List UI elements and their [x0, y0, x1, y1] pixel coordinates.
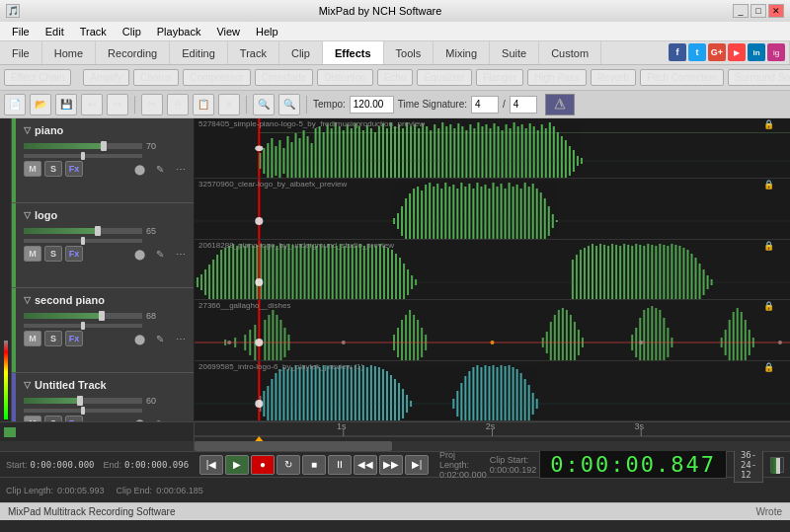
flanger-btn[interactable]: Flanger	[476, 69, 523, 86]
mute-btn-second-piano[interactable]: M	[24, 331, 41, 346]
solo-btn-logo[interactable]: S	[44, 246, 62, 262]
waveform-playtek[interactable]: 20699585_intro-logo-6_by_playtek_preview…	[195, 361, 790, 421]
time-sig-num-input[interactable]	[471, 96, 499, 114]
arm-btn-logo[interactable]: ⬤	[130, 246, 148, 262]
more-btn-logo[interactable]: ⋯	[172, 246, 190, 262]
tab-editing[interactable]: Editing	[170, 41, 228, 64]
fx-btn-untitled1[interactable]: Fx	[65, 416, 83, 421]
facebook-icon[interactable]: f	[669, 43, 686, 61]
arm-btn-untitled1[interactable]: ⬤	[130, 416, 148, 421]
time-sig-den-input[interactable]	[510, 96, 537, 114]
redo-btn[interactable]: ↪	[107, 94, 128, 115]
equalizer-btn[interactable]: Equalizer	[417, 69, 472, 86]
settings-btn-piano[interactable]: ✎	[151, 161, 169, 177]
more-btn-second-piano[interactable]: ⋯	[172, 331, 190, 346]
arm-btn-second-piano[interactable]: ⬤	[130, 331, 148, 346]
compressor-btn[interactable]: Compressor	[183, 69, 250, 86]
track-pan-handle-piano[interactable]	[81, 152, 85, 160]
track-collapse-second-piano[interactable]: ▽	[24, 295, 31, 305]
hscrollbar[interactable]	[195, 441, 790, 451]
track-fader-handle-piano[interactable]	[101, 141, 107, 151]
fx-btn-piano[interactable]: Fx	[65, 161, 83, 177]
solo-btn-piano[interactable]: S	[44, 161, 62, 177]
record-btn[interactable]: ●	[251, 455, 275, 475]
paste-btn[interactable]: 📋	[193, 94, 214, 115]
fx-btn-second-piano[interactable]: Fx	[65, 331, 83, 346]
linkedin-icon[interactable]: in	[748, 43, 765, 61]
zoom-out-btn[interactable]: 🔍	[278, 94, 300, 115]
fx-btn-logo[interactable]: Fx	[65, 246, 83, 262]
track-fader-logo[interactable]	[24, 228, 142, 234]
waveform-logo[interactable]: 32570960_clear-logo_by_albaefx_preview 🔒	[195, 179, 790, 239]
tab-track[interactable]: Track	[228, 41, 279, 64]
crossfade-btn[interactable]: Crossfade	[255, 69, 314, 86]
amplify-btn[interactable]: Amplify	[83, 69, 129, 86]
prev-btn[interactable]: ◀◀	[354, 455, 377, 475]
menu-help[interactable]: Help	[248, 24, 286, 39]
maximize-button[interactable]: □	[750, 4, 766, 18]
undo-btn[interactable]: ↩	[81, 94, 103, 115]
fast-forward-btn[interactable]: ▶|	[405, 455, 429, 475]
high-pass-btn[interactable]: High Pass	[527, 69, 587, 86]
tab-tools[interactable]: Tools	[384, 41, 434, 64]
master-volume-handle[interactable]	[776, 458, 780, 474]
tab-suite[interactable]: Suite	[490, 41, 539, 64]
reverb-btn[interactable]: Reverb	[591, 69, 636, 86]
track-fader-handle-untitled1[interactable]	[77, 396, 83, 406]
next-btn[interactable]: ▶▶	[379, 455, 403, 475]
waveform-piano[interactable]: 5278405_simple-piano-logo-5_by_fredimusi…	[195, 118, 790, 179]
mute-btn-piano[interactable]: M	[24, 161, 41, 177]
track-collapse-logo[interactable]: ▽	[24, 210, 31, 220]
mute-btn-untitled1[interactable]: M	[24, 416, 41, 421]
waveform-dishes[interactable]: 27366__gallagho__dishes 🔒	[195, 300, 790, 360]
track-fader-handle-logo[interactable]	[95, 226, 101, 236]
menu-view[interactable]: View	[208, 24, 248, 39]
play-btn[interactable]: ▶	[225, 455, 249, 475]
tab-file[interactable]: File	[0, 41, 42, 64]
pitch-correction-btn[interactable]: Pitch Correction	[640, 69, 724, 86]
tab-recording[interactable]: Recording	[96, 41, 170, 64]
effect-chain-btn[interactable]: Effect Chain	[4, 69, 71, 86]
echo-btn[interactable]: Echo	[377, 69, 414, 86]
loop-btn[interactable]: ↻	[276, 455, 300, 475]
track-fader-second-piano[interactable]	[24, 313, 142, 319]
track-pan-handle-logo[interactable]	[81, 237, 85, 245]
track-pan-logo[interactable]	[24, 239, 142, 243]
track-fader-piano[interactable]	[24, 143, 142, 149]
arm-btn-piano[interactable]: ⬤	[130, 161, 148, 177]
menu-file[interactable]: File	[4, 24, 38, 39]
rewind-btn[interactable]: |◀	[199, 455, 223, 475]
settings-btn-untitled1[interactable]: ✎	[151, 416, 169, 421]
menu-edit[interactable]: Edit	[38, 24, 72, 39]
tempo-input[interactable]	[350, 96, 394, 114]
zoom-in-btn[interactable]: 🔍	[253, 94, 275, 115]
tab-clip[interactable]: Clip	[279, 41, 323, 64]
minimize-button[interactable]: _	[733, 4, 749, 18]
mute-btn-logo[interactable]: M	[24, 246, 41, 262]
menu-track[interactable]: Track	[72, 24, 115, 39]
delete-btn[interactable]: ✕	[218, 94, 240, 115]
track-collapse-untitled1[interactable]: ▽	[24, 380, 31, 390]
new-btn[interactable]: 📄	[4, 94, 26, 115]
pause-btn[interactable]: ⏸	[328, 455, 352, 475]
settings-btn-logo[interactable]: ✎	[151, 246, 169, 262]
instagram-icon[interactable]: ig	[767, 43, 785, 61]
track-fader-untitled1[interactable]	[24, 398, 142, 404]
distortion-btn[interactable]: Distortion	[317, 69, 372, 86]
more-btn-untitled1[interactable]: ⋯	[172, 416, 190, 421]
copy-btn[interactable]: ⎘	[167, 94, 189, 115]
twitter-icon[interactable]: t	[688, 43, 706, 61]
chorus-btn[interactable]: Chorus	[133, 69, 179, 86]
hscroll-thumb[interactable]	[195, 441, 392, 451]
metronome-btn[interactable]	[545, 94, 575, 115]
settings-btn-second-piano[interactable]: ✎	[151, 331, 169, 346]
track-pan-piano[interactable]	[24, 154, 142, 158]
track-pan-handle-untitled1[interactable]	[81, 407, 85, 415]
tab-effects[interactable]: Effects	[323, 41, 384, 64]
youtube-icon[interactable]: ▶	[728, 43, 746, 61]
menu-playback[interactable]: Playback	[149, 24, 209, 39]
track-pan-second-piano[interactable]	[24, 324, 142, 328]
open-btn[interactable]: 📂	[30, 94, 51, 115]
menu-clip[interactable]: Clip	[115, 24, 149, 39]
close-button[interactable]: ✕	[768, 4, 784, 18]
